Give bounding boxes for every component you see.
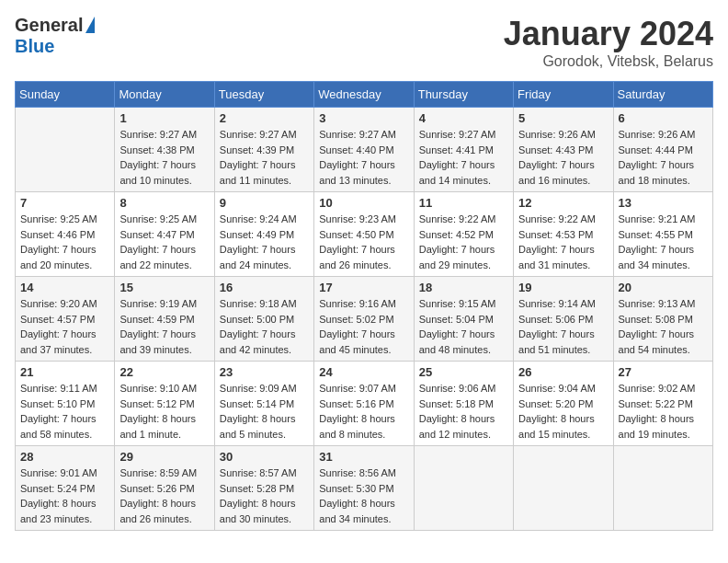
logo-blue-text: Blue: [15, 36, 54, 57]
weekday-tuesday: Tuesday: [214, 82, 313, 108]
sunrise-text: Sunrise: 9:27 AM: [220, 129, 297, 140]
day-number: 23: [220, 365, 309, 379]
sunrise-text: Sunrise: 9:19 AM: [119, 298, 197, 309]
sunrise-text: Sunrise: 9:24 AM: [220, 213, 297, 224]
sunset-text: Sunset: 4:55 PM: [619, 229, 693, 240]
day-number: 5: [518, 111, 608, 125]
day-number: 3: [319, 111, 408, 125]
day-detail: Sunrise: 9:27 AM Sunset: 4:38 PM Dayligh…: [119, 127, 209, 188]
day-detail: Sunrise: 9:27 AM Sunset: 4:41 PM Dayligh…: [419, 127, 508, 188]
daylight-text: Daylight: 7 hours and 20 minutes.: [20, 244, 97, 270]
calendar-cell: 13 Sunrise: 9:21 AM Sunset: 4:55 PM Dayl…: [613, 192, 712, 277]
sunset-text: Sunset: 5:18 PM: [419, 398, 494, 409]
calendar-cell: 3 Sunrise: 9:27 AM Sunset: 4:40 PM Dayli…: [314, 108, 414, 192]
sunrise-text: Sunrise: 9:18 AM: [220, 298, 297, 309]
day-detail: Sunrise: 9:27 AM Sunset: 4:40 PM Dayligh…: [319, 127, 408, 188]
day-detail: Sunrise: 9:25 AM Sunset: 4:47 PM Dayligh…: [119, 212, 209, 272]
sunset-text: Sunset: 4:38 PM: [119, 144, 194, 155]
week-row-2: 7 Sunrise: 9:25 AM Sunset: 4:46 PM Dayli…: [16, 192, 713, 277]
calendar-cell: 16 Sunrise: 9:18 AM Sunset: 5:00 PM Dayl…: [214, 277, 313, 362]
sunset-text: Sunset: 4:57 PM: [20, 314, 95, 325]
day-number: 13: [619, 196, 708, 210]
sunrise-text: Sunrise: 9:26 AM: [518, 129, 596, 140]
sunrise-text: Sunrise: 9:27 AM: [119, 129, 197, 140]
sunset-text: Sunset: 4:50 PM: [319, 229, 393, 240]
calendar-cell: 18 Sunrise: 9:15 AM Sunset: 5:04 PM Dayl…: [414, 277, 513, 362]
day-number: 16: [220, 281, 309, 294]
sunrise-text: Sunrise: 9:16 AM: [319, 298, 396, 309]
calendar-cell: 25 Sunrise: 9:06 AM Sunset: 5:18 PM Dayl…: [414, 362, 513, 446]
daylight-text: Daylight: 7 hours and 34 minutes.: [619, 244, 695, 270]
day-number: 18: [419, 281, 508, 294]
day-number: 30: [220, 450, 309, 464]
day-detail: Sunrise: 9:01 AM Sunset: 5:24 PM Dayligh…: [20, 465, 109, 526]
day-number: 1: [119, 111, 209, 125]
day-number: 19: [518, 281, 608, 294]
daylight-text: Daylight: 7 hours and 58 minutes.: [20, 413, 97, 440]
calendar-cell: 2 Sunrise: 9:27 AM Sunset: 4:39 PM Dayli…: [214, 108, 313, 192]
day-detail: Sunrise: 9:16 AM Sunset: 5:02 PM Dayligh…: [319, 296, 408, 357]
sunset-text: Sunset: 5:22 PM: [619, 398, 693, 409]
calendar-location: Gorodok, Vitebsk, Belarus: [504, 53, 713, 70]
day-number: 26: [518, 365, 608, 379]
calendar-cell: 28 Sunrise: 9:01 AM Sunset: 5:24 PM Dayl…: [16, 446, 115, 531]
daylight-text: Daylight: 7 hours and 31 minutes.: [518, 244, 595, 270]
calendar-cell: 19 Sunrise: 9:14 AM Sunset: 5:06 PM Dayl…: [514, 277, 613, 362]
day-number: 7: [20, 196, 109, 210]
sunrise-text: Sunrise: 9:11 AM: [20, 383, 97, 394]
day-number: 12: [518, 196, 608, 210]
weekday-sunday: Sunday: [16, 82, 115, 108]
title-block: January 2024 Gorodok, Vitebsk, Belarus: [504, 15, 713, 70]
calendar-cell: 17 Sunrise: 9:16 AM Sunset: 5:02 PM Dayl…: [314, 277, 414, 362]
day-detail: Sunrise: 9:19 AM Sunset: 4:59 PM Dayligh…: [119, 296, 209, 357]
sunset-text: Sunset: 4:41 PM: [419, 144, 494, 155]
day-detail: Sunrise: 9:26 AM Sunset: 4:43 PM Dayligh…: [518, 127, 608, 188]
calendar-table: SundayMondayTuesdayWednesdayThursdayFrid…: [15, 81, 713, 531]
daylight-text: Daylight: 7 hours and 13 minutes.: [319, 159, 395, 186]
sunset-text: Sunset: 4:53 PM: [518, 229, 593, 240]
sunrise-text: Sunrise: 9:23 AM: [319, 213, 396, 224]
week-row-3: 14 Sunrise: 9:20 AM Sunset: 4:57 PM Dayl…: [16, 277, 713, 362]
calendar-cell: [16, 108, 115, 192]
sunrise-text: Sunrise: 9:06 AM: [419, 383, 496, 394]
day-number: 20: [619, 281, 708, 294]
sunset-text: Sunset: 5:12 PM: [119, 398, 194, 409]
day-detail: Sunrise: 8:57 AM Sunset: 5:28 PM Dayligh…: [220, 465, 309, 526]
sunrise-text: Sunrise: 9:15 AM: [419, 298, 496, 309]
day-detail: Sunrise: 9:26 AM Sunset: 4:44 PM Dayligh…: [619, 127, 708, 188]
day-number: 2: [220, 111, 309, 125]
weekday-header-row: SundayMondayTuesdayWednesdayThursdayFrid…: [16, 82, 713, 108]
day-detail: Sunrise: 9:04 AM Sunset: 5:20 PM Dayligh…: [518, 381, 608, 442]
sunrise-text: Sunrise: 9:25 AM: [119, 213, 197, 224]
daylight-text: Daylight: 8 hours and 15 minutes.: [518, 413, 595, 440]
sunset-text: Sunset: 4:39 PM: [220, 144, 294, 155]
day-detail: Sunrise: 9:25 AM Sunset: 4:46 PM Dayligh…: [20, 212, 109, 272]
sunset-text: Sunset: 5:02 PM: [319, 314, 393, 325]
day-number: 6: [619, 111, 708, 125]
day-detail: Sunrise: 9:06 AM Sunset: 5:18 PM Dayligh…: [419, 381, 508, 442]
sunrise-text: Sunrise: 9:25 AM: [20, 213, 97, 224]
sunset-text: Sunset: 5:16 PM: [319, 398, 393, 409]
week-row-4: 21 Sunrise: 9:11 AM Sunset: 5:10 PM Dayl…: [16, 362, 713, 446]
calendar-cell: 6 Sunrise: 9:26 AM Sunset: 4:44 PM Dayli…: [613, 108, 712, 192]
day-number: 9: [220, 196, 309, 210]
daylight-text: Daylight: 8 hours and 30 minutes.: [220, 498, 296, 524]
calendar-cell: 14 Sunrise: 9:20 AM Sunset: 4:57 PM Dayl…: [16, 277, 115, 362]
calendar-cell: 5 Sunrise: 9:26 AM Sunset: 4:43 PM Dayli…: [514, 108, 613, 192]
sunrise-text: Sunrise: 9:14 AM: [518, 298, 596, 309]
sunset-text: Sunset: 4:47 PM: [119, 229, 194, 240]
daylight-text: Daylight: 7 hours and 42 minutes.: [220, 328, 296, 355]
calendar-cell: 12 Sunrise: 9:22 AM Sunset: 4:53 PM Dayl…: [514, 192, 613, 277]
day-detail: Sunrise: 9:13 AM Sunset: 5:08 PM Dayligh…: [619, 296, 708, 357]
day-number: 28: [20, 450, 109, 464]
sunset-text: Sunset: 4:52 PM: [419, 229, 494, 240]
daylight-text: Daylight: 7 hours and 39 minutes.: [119, 328, 196, 355]
weekday-thursday: Thursday: [414, 82, 513, 108]
sunset-text: Sunset: 5:04 PM: [419, 314, 494, 325]
daylight-text: Daylight: 7 hours and 37 minutes.: [20, 328, 97, 355]
calendar-cell: 30 Sunrise: 8:57 AM Sunset: 5:28 PM Dayl…: [214, 446, 313, 531]
day-detail: Sunrise: 9:22 AM Sunset: 4:53 PM Dayligh…: [518, 212, 608, 272]
sunset-text: Sunset: 4:46 PM: [20, 229, 95, 240]
day-number: 29: [119, 450, 209, 464]
day-detail: Sunrise: 9:14 AM Sunset: 5:06 PM Dayligh…: [518, 296, 608, 357]
